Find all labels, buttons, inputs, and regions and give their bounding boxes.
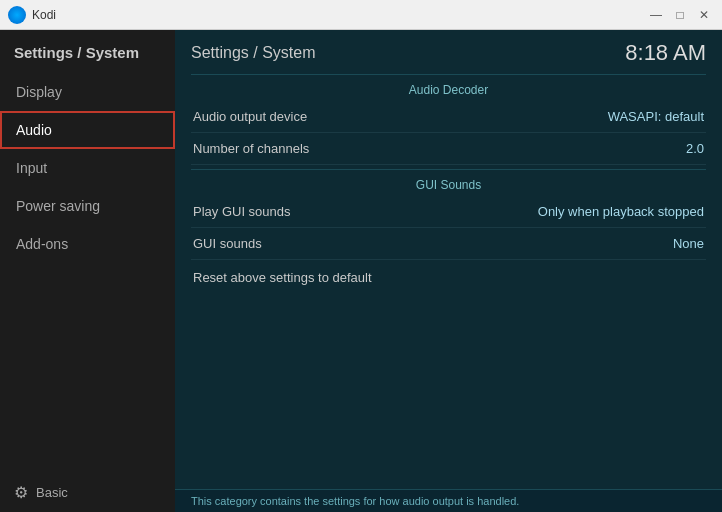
- section-header-gui-sounds: GUI Sounds: [191, 169, 706, 196]
- level-label: Basic: [36, 485, 68, 500]
- setting-value-audio-output-device: WASAPI: default: [608, 109, 704, 124]
- title-bar: Kodi — □ ✕: [0, 0, 722, 30]
- setting-value-play-gui-sounds: Only when playback stopped: [538, 204, 704, 219]
- setting-label-number-of-channels: Number of channels: [193, 141, 309, 156]
- status-bar: This category contains the settings for …: [175, 489, 722, 512]
- setting-row-gui-sounds[interactable]: GUI sounds None: [191, 228, 706, 260]
- kodi-logo-icon: [8, 6, 26, 24]
- sidebar-bottom: ⚙ Basic: [0, 473, 175, 512]
- sidebar-item-display[interactable]: Display: [0, 73, 175, 111]
- section-header-audio-decoder: Audio Decoder: [191, 74, 706, 101]
- window-controls: — □ ✕: [646, 6, 714, 24]
- setting-row-play-gui-sounds[interactable]: Play GUI sounds Only when playback stopp…: [191, 196, 706, 228]
- sidebar-item-audio[interactable]: Audio: [0, 111, 175, 149]
- status-text: This category contains the settings for …: [191, 495, 519, 507]
- sidebar: Settings / System Display Audio Input Po…: [0, 30, 175, 512]
- reset-settings-label: Reset above settings to default: [193, 270, 372, 285]
- sidebar-header: Settings / System: [0, 38, 175, 73]
- main-header: Settings / System 8:18 AM: [175, 30, 722, 70]
- sidebar-item-add-ons[interactable]: Add-ons: [0, 225, 175, 263]
- maximize-button[interactable]: □: [670, 6, 690, 24]
- gear-icon: ⚙: [14, 483, 28, 502]
- setting-value-gui-sounds: None: [673, 236, 704, 251]
- app-body: Settings / System Display Audio Input Po…: [0, 30, 722, 512]
- reset-settings-row[interactable]: Reset above settings to default: [191, 260, 706, 295]
- setting-row-number-of-channels[interactable]: Number of channels 2.0: [191, 133, 706, 165]
- setting-label-gui-sounds: GUI sounds: [193, 236, 262, 251]
- setting-label-play-gui-sounds: Play GUI sounds: [193, 204, 291, 219]
- app-title: Kodi: [32, 8, 56, 22]
- setting-row-audio-output-device[interactable]: Audio output device WASAPI: default: [191, 101, 706, 133]
- close-button[interactable]: ✕: [694, 6, 714, 24]
- sidebar-item-power-saving[interactable]: Power saving: [0, 187, 175, 225]
- setting-label-audio-output-device: Audio output device: [193, 109, 307, 124]
- setting-value-number-of-channels: 2.0: [686, 141, 704, 156]
- settings-content: Audio Decoder Audio output device WASAPI…: [175, 70, 722, 489]
- title-bar-left: Kodi: [8, 6, 56, 24]
- minimize-button[interactable]: —: [646, 6, 666, 24]
- clock: 8:18 AM: [625, 40, 706, 66]
- main-panel: Settings / System 8:18 AM Audio Decoder …: [175, 30, 722, 512]
- sidebar-item-input[interactable]: Input: [0, 149, 175, 187]
- breadcrumb: Settings / System: [191, 44, 316, 62]
